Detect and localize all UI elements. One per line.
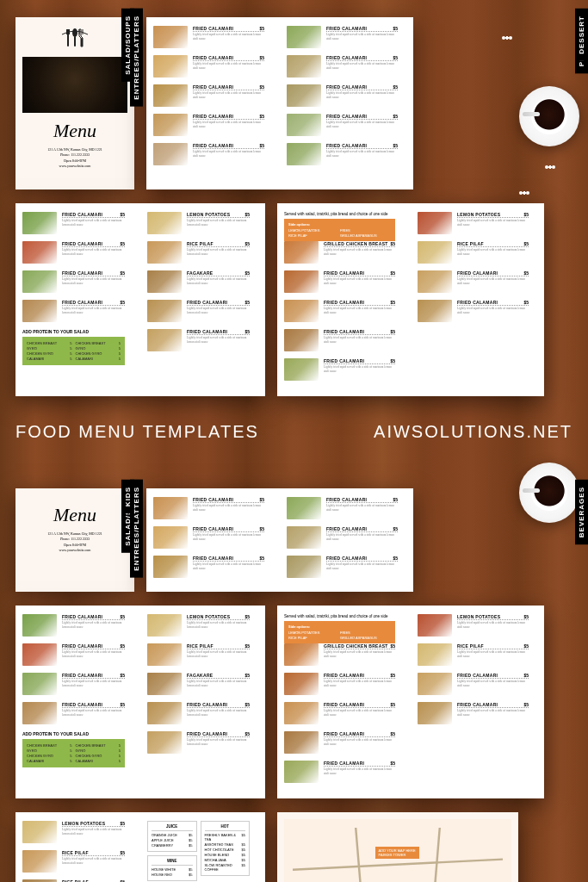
item-thumb — [147, 300, 182, 322]
item-name: FRIED CALAMARI — [62, 212, 102, 217]
item-name: FRIED CALAMARI — [324, 270, 364, 276]
item-desc: Lightly fried squid served with a side o… — [187, 738, 250, 746]
item-price: $5 — [259, 526, 264, 531]
item-desc: Lightly fried squid served with a side o… — [326, 533, 398, 541]
book-salad-sides-2: FRIED CALAMARI$5 Lightly fried squid ser… — [15, 606, 265, 798]
item-thumb — [287, 84, 321, 107]
map-label: ADD YOUR MAP HEREPARKES TOWER — [375, 847, 419, 859]
item-name: FRIED CALAMARI — [62, 241, 102, 246]
page-appetizers: FRIED CALAMARI$5 Lightly fried squid ser… — [146, 17, 280, 189]
item-desc: Lightly fried squid served with a side o… — [457, 709, 529, 717]
item-text: FRIED CALAMARI$5 Lightly fried squid ser… — [326, 84, 398, 99]
item-thumb — [22, 850, 57, 873]
protein-cell: 5 — [70, 346, 71, 351]
menu-item: FRIED CALAMARI$5 Lightly fried squid ser… — [153, 26, 264, 48]
page-sides: LEMON POTATOES$5 Lightly fried squid ser… — [140, 203, 265, 396]
menu-item: RICE PILAF$5 Lightly fried squid served … — [418, 241, 529, 264]
item-price: $5 — [390, 643, 395, 649]
item-name: FRIED CALAMARI — [187, 731, 227, 736]
protein-cell: CHICKEN GYRO — [27, 351, 66, 356]
page-pita: FRIED CALAMARI$5 Lightly fried squid ser… — [280, 488, 413, 592]
menu-title: Menu — [53, 120, 96, 142]
item-thumb — [284, 643, 319, 666]
page-beverages: JUICE ORANGE JUICE$5APPLE JUICE$5CRANBER… — [140, 812, 265, 882]
page-entrees: Served with salad, tzatziki, pita bread … — [277, 606, 411, 798]
menu-title: Menu — [53, 504, 96, 526]
book-appetizers-pita-2: FRIED CALAMARI$5 Lightly fried squid ser… — [146, 488, 413, 592]
protein-cell: GYRO — [27, 748, 66, 753]
sides-option-box: Side options: LEMON POTATOESFRIESRICE PI… — [284, 219, 395, 241]
page-map: ADD YOUR MAP HEREPARKES TOWER — [277, 812, 518, 882]
item-price: $5 — [244, 673, 250, 678]
menu-item: FRIED CALAMARI$5 Lightly fried squid ser… — [153, 55, 264, 78]
menu-item: FAGAKARE$5 Lightly fried squid served wi… — [147, 673, 250, 695]
item-price: $5 — [244, 212, 250, 217]
item-price: $5 — [244, 329, 250, 334]
item-desc: Lightly fried squid served with a side o… — [324, 767, 395, 775]
side-opt: FRIES — [340, 228, 391, 233]
item-thumb — [153, 556, 188, 578]
page-dessert: LEMON POTATOES$5 Lightly fried squid ser… — [411, 203, 544, 396]
promo-top: Menu 121 A 12th NW, Kansas City, MO 1221… — [0, 0, 588, 471]
side-opt: LEMON POTATOES — [288, 630, 339, 635]
item-name: FRIED CALAMARI — [326, 497, 367, 502]
item-thumb — [284, 241, 319, 264]
item-name: FRIED CALAMARI — [193, 84, 233, 90]
item-thumb — [418, 300, 452, 322]
item-price: $5 — [120, 241, 125, 246]
page-entrees: Served with salad, tzatziki, pita bread … — [277, 203, 411, 396]
item-desc: Lightly fried squid served with a side o… — [324, 709, 395, 717]
page-dessert: LEMON POTATOES$5 Lightly fried squid ser… — [411, 606, 544, 798]
item-price: $5 — [523, 673, 529, 678]
item-price: $5 — [120, 300, 125, 305]
item-price: $5 — [390, 241, 395, 246]
menu-item: FRIED CALAMARI$5 Lightly fried squid ser… — [22, 614, 125, 637]
item-thumb — [147, 270, 182, 293]
item-text: FRIED CALAMARI$5 Lightly fried squid ser… — [62, 673, 125, 687]
item-text: FRIED CALAMARI$5 Lightly fried squid ser… — [193, 114, 264, 128]
menu-item: FRIED CALAMARI$5 Lightly fried squid ser… — [22, 643, 125, 666]
protein-cell: 5 — [70, 759, 71, 763]
item-text: FRIED CALAMARI$5 Lightly fried squid ser… — [62, 270, 125, 285]
protein-cell: CALAMARI — [76, 759, 115, 763]
item-price: $5 — [523, 300, 529, 305]
item-desc: Lightly fried squid served with a side o… — [193, 533, 264, 541]
item-thumb — [22, 821, 57, 843]
svg-rect-2 — [74, 36, 76, 47]
row-b3: LEMON POTATOES$5 Lightly fried squid ser… — [15, 812, 573, 882]
item-price: $5 — [390, 300, 395, 305]
item-text: FRIED CALAMARI$5 Lightly fried squid ser… — [324, 761, 395, 775]
menu-item: LEMON POTATOES$5 Lightly fried squid ser… — [147, 614, 250, 637]
item-price: $5 — [244, 702, 250, 707]
item-thumb — [418, 212, 452, 234]
sides-option-box: Side options: LEMON POTATOESFRIESRICE PI… — [284, 621, 395, 643]
banner-right: AIWSOLUTIONS.NET — [374, 422, 573, 442]
item-name: RICE PILAF — [187, 241, 214, 246]
item-price: $5 — [393, 556, 398, 561]
protein-cell: 5 — [70, 743, 71, 748]
bev-title: WINE — [152, 859, 193, 866]
item-thumb — [147, 241, 182, 264]
flower-decor — [521, 189, 528, 196]
item-text: FRIED CALAMARI$5 Lightly fried squid ser… — [326, 497, 398, 512]
side-opt: GRILLED ASPARAGUS — [340, 636, 391, 640]
item-thumb — [153, 497, 188, 519]
item-desc: Lightly fried squid served with a side o… — [187, 680, 250, 687]
item-price: $5 — [259, 497, 264, 502]
menu-item: FRIED CALAMARI$5 Lightly fried squid ser… — [284, 329, 395, 351]
item-price: $5 — [259, 84, 264, 90]
item-price: $5 — [393, 55, 398, 60]
item-text: RICE PILAF$5 Lightly fried squid served … — [62, 850, 125, 865]
item-name: FRIED CALAMARI — [326, 556, 367, 561]
side-opt: GRILLED ASPARAGUS — [340, 233, 391, 238]
item-text: FRIED CALAMARI$5 Lightly fried squid ser… — [324, 300, 395, 314]
protein-cell: 5 — [119, 748, 121, 753]
item-name: FRIED CALAMARI — [187, 702, 227, 707]
item-desc: Lightly fried squid served with a side o… — [457, 277, 529, 285]
item-desc: Lightly fried squid served with a side o… — [62, 650, 125, 658]
side-opt: RICE PILAF — [288, 233, 339, 238]
protein-cell: GYRO — [27, 346, 66, 351]
protein-cell: 5 — [119, 346, 121, 351]
tab-dessert: DESSERT — [575, 9, 588, 61]
item-name: FRIED CALAMARI — [193, 497, 233, 502]
